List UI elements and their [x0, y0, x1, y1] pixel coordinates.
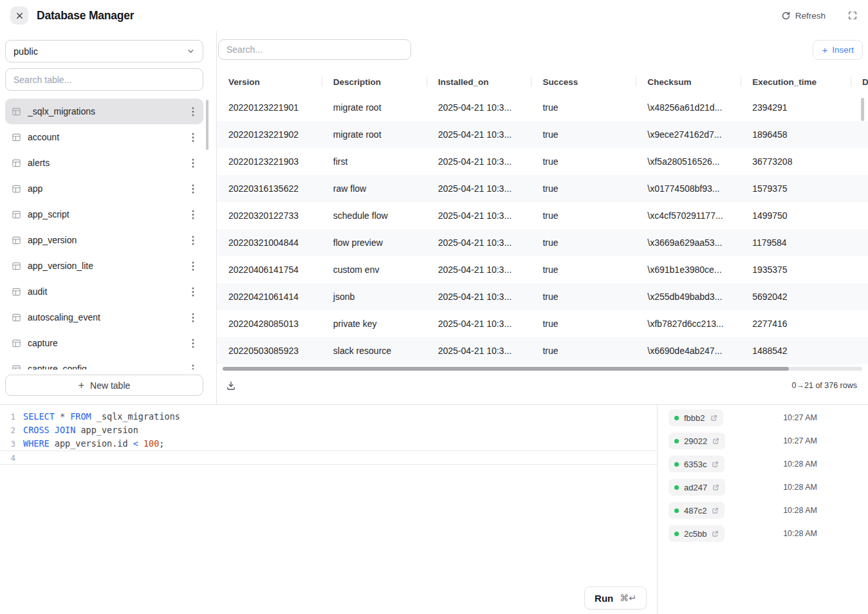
table-menu-button[interactable] [185, 102, 201, 120]
table-row[interactable]: 20220503085923slack resource2025-04-21 1… [217, 337, 868, 364]
table-search-input[interactable] [5, 68, 203, 91]
run-id: 29022 [684, 436, 707, 446]
table-row[interactable]: 20220406141754custom env2025-04-21 10:3.… [217, 256, 868, 283]
table-cell: \x255db49babd3... [636, 283, 741, 310]
table-row[interactable]: 20220320122733schedule flow2025-04-21 10… [217, 202, 868, 229]
table-cell: 1179584 [741, 229, 851, 256]
history-run-badge[interactable]: 6353c [669, 456, 725, 472]
table-menu-button[interactable] [185, 128, 201, 146]
column-header-checksum[interactable]: Checksum [636, 70, 741, 94]
table-icon [12, 261, 21, 271]
run-id: fbbb2 [684, 413, 705, 423]
table-toolbar: + Insert [217, 31, 868, 70]
table-cell: jsonb [322, 283, 427, 310]
sidebar-table-item[interactable]: audit [5, 279, 203, 304]
table-horizontal-scrollbar[interactable] [223, 367, 862, 371]
sidebar-table-item[interactable]: _sqlx_migrations [5, 98, 203, 124]
sidebar-table-item[interactable]: account [5, 124, 203, 150]
history-run-badge[interactable]: 29022 [669, 433, 725, 449]
table-row[interactable]: 20220316135622raw flow2025-04-21 10:3...… [217, 175, 868, 202]
column-header-description[interactable]: Description [322, 70, 427, 94]
kebab-icon [192, 132, 194, 143]
table-menu-button[interactable] [185, 154, 201, 172]
table-menu-button[interactable] [185, 180, 201, 198]
sidebar-table-item[interactable]: capture [5, 330, 203, 356]
history-run-badge[interactable]: fbbb2 [669, 409, 723, 426]
external-link-icon [712, 530, 719, 537]
external-link-icon [712, 438, 719, 445]
external-link-icon [712, 484, 719, 491]
line-number: 1 [0, 410, 15, 423]
sidebar-table-item[interactable]: capture_config [5, 356, 203, 369]
rows-count: 0→21 of 376 rows [792, 381, 857, 390]
table-menu-button[interactable] [185, 334, 201, 352]
table-menu-button[interactable] [185, 360, 201, 369]
table-row[interactable]: 20220428085013private key2025-04-21 10:3… [217, 310, 868, 337]
table-cell: 2025-04-21 10:3... [427, 202, 531, 229]
column-header-success[interactable]: Success [531, 70, 636, 94]
table-cell: true [531, 175, 636, 202]
download-button[interactable] [226, 380, 236, 391]
table-cell [851, 175, 868, 202]
insert-button[interactable]: + Insert [813, 40, 863, 60]
history-run-badge[interactable]: 2c5bb [669, 525, 725, 542]
kebab-icon [192, 209, 194, 220]
close-button[interactable] [10, 6, 28, 24]
sidebar-table-item[interactable]: alerts [5, 150, 203, 176]
table-menu-button[interactable] [185, 257, 201, 275]
sql-editor[interactable]: 1 SELECT * FROM _sqlx_migrations 2 CROSS… [0, 405, 657, 614]
editor-line[interactable]: 4 [0, 451, 657, 465]
table-cell: custom env [322, 256, 427, 283]
table-horizontal-scrollbar-thumb[interactable] [223, 367, 789, 371]
column-header-installed_on[interactable]: Installed_on [427, 70, 531, 94]
kebab-icon [192, 158, 194, 169]
table-vertical-scrollbar-thumb[interactable] [861, 98, 864, 121]
history-run-badge[interactable]: 487c2 [669, 502, 725, 519]
table-cell: 1488542 [741, 337, 851, 364]
column-header-version[interactable]: Version [217, 70, 322, 94]
table-cell: \x01774508bf93... [636, 175, 741, 202]
table-row[interactable]: 20220421061414jsonb2025-04-21 10:3...tru… [217, 283, 868, 310]
row-search-input[interactable] [218, 39, 411, 60]
table-row[interactable]: 20220123221903first2025-04-21 10:3...tru… [217, 148, 868, 175]
sidebar-table-item[interactable]: app_version_lite [5, 253, 203, 279]
table-menu-button[interactable] [185, 308, 201, 326]
plus-icon: + [822, 45, 827, 55]
table-cell: 20220406141754 [217, 256, 322, 283]
run-button[interactable]: Run ⌘↵ [584, 586, 647, 609]
table-row[interactable]: 20220321004844flow preview2025-04-21 10:… [217, 229, 868, 256]
success-status-dot [674, 416, 679, 420]
table-row[interactable]: 20220123221902migrate root2025-04-21 10:… [217, 121, 868, 148]
refresh-button[interactable]: Refresh [781, 11, 826, 21]
sidebar-table-item[interactable]: app [5, 176, 203, 201]
sidebar-table-item[interactable]: autoscaling_event [5, 304, 203, 330]
editor-line[interactable]: 3 WHERE app_version.id < 100; [0, 437, 657, 451]
code-text: CROSS JOIN app_version [15, 423, 138, 437]
migrations-table: VersionDescriptionInstalled_onSuccessChe… [217, 70, 868, 364]
editor-line[interactable]: 2 CROSS JOIN app_version [0, 423, 657, 437]
expand-button[interactable] [848, 11, 857, 20]
data-table: VersionDescriptionInstalled_onSuccessChe… [217, 70, 868, 364]
new-table-button[interactable]: + New table [5, 375, 203, 396]
table-row[interactable]: 20220123221901migrate root2025-04-21 10:… [217, 94, 868, 121]
column-header-dele[interactable]: Dele [851, 70, 868, 94]
history-run-badge[interactable]: ad247 [669, 479, 725, 496]
sidebar-scrollbar-thumb[interactable] [206, 100, 208, 150]
table-menu-button[interactable] [185, 205, 201, 223]
run-id: 487c2 [684, 506, 706, 516]
sidebar-table-item[interactable]: app_script [5, 201, 203, 227]
table-cell: true [531, 283, 636, 310]
table-menu-button[interactable] [185, 283, 201, 301]
table-name: capture [28, 338, 179, 348]
run-time: 10:28 AM [783, 529, 817, 538]
schema-select[interactable]: public [5, 40, 203, 62]
code-text: SELECT * FROM _sqlx_migrations [15, 410, 180, 423]
editor-line[interactable]: 1 SELECT * FROM _sqlx_migrations [0, 410, 657, 423]
sidebar-table-item[interactable]: app_version [5, 227, 203, 253]
history-item: 29022 10:27 AM [658, 429, 868, 452]
table-cell [851, 256, 868, 283]
table-menu-button[interactable] [185, 231, 201, 249]
kebab-icon [192, 286, 194, 297]
header: Database Manager Refresh [0, 0, 868, 31]
column-header-execution_time[interactable]: Execution_time [741, 70, 851, 94]
